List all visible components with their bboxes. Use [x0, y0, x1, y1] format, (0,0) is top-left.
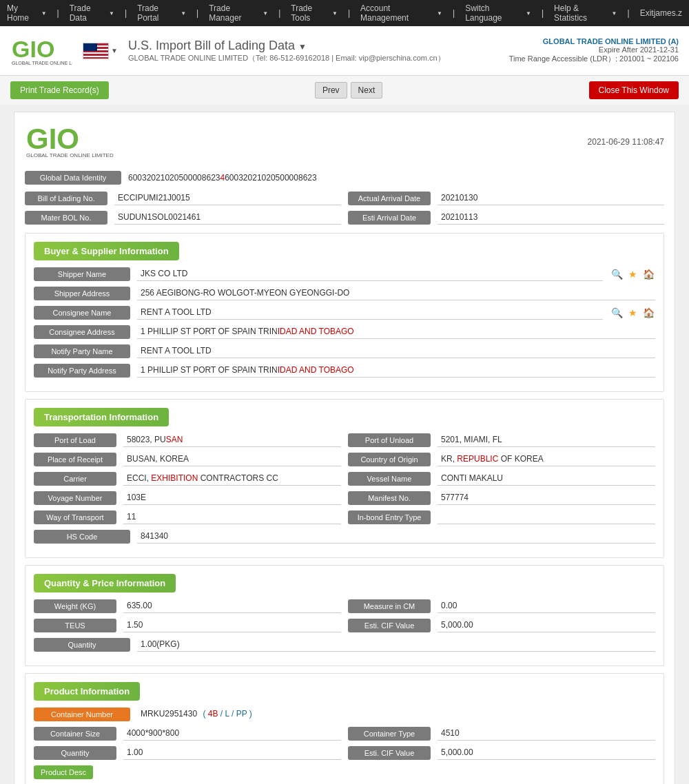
transport-row3: Carrier ECCI, EXHIBITION CONTRACTORS CC …: [34, 472, 655, 486]
search-icon[interactable]: 🔍: [610, 267, 624, 281]
qp-row1: Weight (KG) 635.00 Measure in CM 0.00: [34, 599, 655, 613]
port-unload-value: 5201, MIAMI, FL: [438, 433, 655, 447]
shipper-name-label: Shipper Name: [34, 267, 130, 281]
esti-arrival-label: Esti Arrival Date: [348, 211, 431, 225]
nav-my-home[interactable]: My Home ▼: [7, 3, 47, 23]
quantity-price-section: Quantity & Price Information Weight (KG)…: [25, 565, 664, 666]
way-transport-value: 11: [123, 510, 341, 524]
top-navigation: My Home ▼ | Trade Data ▼ | Trade Portal …: [0, 0, 689, 26]
prev-button-top[interactable]: Prev: [315, 82, 347, 99]
nav-trade-manager[interactable]: Trade Manager ▼: [209, 3, 268, 23]
country-origin-label: Country of Origin: [348, 453, 431, 466]
shipper-name-value: JKS CO LTD: [137, 267, 603, 281]
record-card: GIO GLOBAL TRADE ONLINE LIMITED 2021-06-…: [14, 112, 675, 784]
qp-quantity-label: Quantity: [34, 638, 130, 652]
card-logo-svg: GIO GLOBAL TRADE ONLINE LIMITED: [25, 123, 121, 161]
consignee-address-label: Consignee Address: [34, 325, 130, 339]
container-number-row: Container Number MRKU2951430 ( 4B / L / …: [34, 708, 655, 721]
product-quantity-value: 1.00: [123, 746, 341, 760]
company-name: GLOBAL TRADE ONLINE LIMITED (A): [509, 37, 679, 45]
vessel-name-label: Vessel Name: [348, 472, 431, 486]
card-logo: GIO GLOBAL TRADE ONLINE LIMITED: [25, 123, 121, 161]
buyer-supplier-header: Buyer & Supplier Information: [34, 242, 179, 260]
vessel-name-value: CONTI MAKALU: [438, 472, 655, 486]
svg-text:GLOBAL TRADE ONLINE LIMITED: GLOBAL TRADE ONLINE LIMITED: [26, 152, 114, 158]
carrier-value: ECCI, EXHIBITION CONTRACTORS CC: [123, 472, 341, 486]
top-action-bar: Print Trade Record(s) Prev Next Close Th…: [0, 76, 689, 105]
close-button-top[interactable]: Close This Window: [589, 81, 679, 99]
next-button-top[interactable]: Next: [351, 82, 383, 99]
manifest-label: Manifest No.: [348, 491, 431, 505]
esti-arrival-value: 20210113: [438, 211, 664, 225]
transport-row2: Place of Receipt BUSAN, KOREA Country of…: [34, 453, 655, 466]
bol-row2: Mater BOL No. SUDUN1SOL0021461 Esti Arri…: [25, 211, 664, 225]
bill-value: ECCIPUMI21J0015: [114, 192, 341, 205]
action-bar-left: Print Trade Record(s): [10, 81, 109, 99]
print-button-top[interactable]: Print Trade Record(s): [10, 81, 109, 99]
notify-party-name-label: Notify Party Name: [34, 344, 130, 358]
port-load-label: Port of Load: [34, 433, 116, 447]
manifest-value: 577774: [438, 491, 655, 505]
teus-value: 1.50: [123, 619, 341, 632]
product-quantity-label: Quantity: [34, 746, 116, 760]
voyage-label: Voyage Number: [34, 491, 116, 505]
page-header: GIO GLOBAL TRADE ONLINE LIMITED ▼ U.S. I…: [0, 26, 689, 76]
company-logo: GIO GLOBAL TRADE ONLINE LIMITED: [10, 32, 72, 70]
nav-account-management[interactable]: Account Management ▼: [360, 3, 442, 23]
actual-arrival-value: 20210130: [438, 192, 664, 205]
nav-links: My Home ▼ | Trade Data ▼ | Trade Portal …: [7, 3, 654, 23]
product-row1: Container Size 4000*900*800 Container Ty…: [34, 727, 655, 741]
user-info: james.z: [654, 8, 682, 18]
container-number-label: Container Number: [34, 708, 130, 721]
transport-row4: Voyage Number 103E Manifest No. 577774: [34, 491, 655, 505]
port-load-value: 58023, PUSAN: [123, 433, 341, 447]
consignee-home-icon[interactable]: 🏠: [641, 306, 655, 320]
logo-svg: GIO GLOBAL TRADE ONLINE LIMITED: [10, 35, 72, 66]
nav-switch-language[interactable]: Switch Language ▼: [465, 3, 531, 23]
qp-quantity-value: 1.00(PKG): [137, 638, 655, 652]
star-icon[interactable]: ★: [626, 267, 639, 281]
svg-text:GIO: GIO: [26, 123, 79, 155]
product-header: Product Information: [34, 682, 140, 701]
product-esti-cif-value: 5,000.00: [438, 746, 655, 760]
title-dropdown[interactable]: ▼: [298, 42, 307, 52]
container-number-suffix: ( 4B / L / PP ): [203, 709, 251, 719]
shipper-address-row: Shipper Address 256 AEGIBONG-RO WOLGOT-M…: [34, 287, 655, 300]
quantity-price-header: Quantity & Price Information: [34, 574, 176, 592]
container-size-label: Container Size: [34, 727, 116, 741]
nav-trade-tools[interactable]: Trade Tools ▼: [291, 3, 338, 23]
voyage-value: 103E: [123, 491, 341, 505]
consignee-address-value: 1 PHILLIP ST PORT OF SPAIN TRINIDAD AND …: [137, 325, 655, 339]
bill-label: Bill of Lading No.: [25, 192, 107, 205]
nav-trade-portal[interactable]: Trade Portal ▼: [137, 3, 186, 23]
svg-text:GLOBAL TRADE ONLINE LIMITED: GLOBAL TRADE ONLINE LIMITED: [12, 61, 72, 65]
weight-value: 635.00: [123, 599, 341, 613]
consignee-search-icon[interactable]: 🔍: [610, 306, 624, 320]
nav-trade-data[interactable]: Trade Data ▼: [70, 3, 114, 23]
flag-selector[interactable]: ▼: [83, 43, 118, 59]
nav-exit[interactable]: Exit: [640, 8, 654, 18]
esti-cif-label: Esti. CIF Value: [348, 619, 431, 632]
header-left: GIO GLOBAL TRADE ONLINE LIMITED ▼ U.S. I…: [10, 32, 445, 70]
global-id-row: Global Data Identity 6003202102050000862…: [25, 171, 664, 185]
ldr-range: Time Range Accessible (LDR）: 201001 ~ 20…: [509, 54, 679, 64]
home-icon[interactable]: 🏠: [641, 267, 655, 281]
shipper-address-label: Shipper Address: [34, 287, 130, 300]
page-title-area: U.S. Import Bill of Lading Data ▼ GLOBAL…: [128, 39, 445, 63]
product-desc-section: Product Desc DRIVE UNIT FOR PENDULUM CON…: [34, 765, 655, 784]
mater-col1: Mater BOL No. SUDUN1SOL0021461: [25, 211, 341, 225]
product-desc-label: Product Desc: [34, 765, 93, 779]
shipper-actions: 🔍 ★ 🏠: [610, 267, 655, 281]
nav-help-statistics[interactable]: Help & Statistics ▼: [554, 3, 617, 23]
weight-label: Weight (KG): [34, 599, 116, 613]
esti-cif-value: 5,000.00: [438, 619, 655, 632]
consignee-star-icon[interactable]: ★: [626, 306, 639, 320]
teus-label: TEUS: [34, 619, 116, 632]
mater-value: SUDUN1SOL0021461: [114, 211, 341, 225]
hs-code-value: 841340: [137, 530, 655, 544]
country-origin-value: KR, REPUBLIC OF KOREA: [438, 453, 655, 466]
actual-arrival-label: Actual Arrival Date: [348, 192, 431, 205]
flag-dropdown-arrow[interactable]: ▼: [111, 47, 118, 54]
measure-value: 0.00: [438, 599, 655, 613]
notify-party-address-row: Notify Party Address 1 PHILLIP ST PORT O…: [34, 364, 655, 378]
